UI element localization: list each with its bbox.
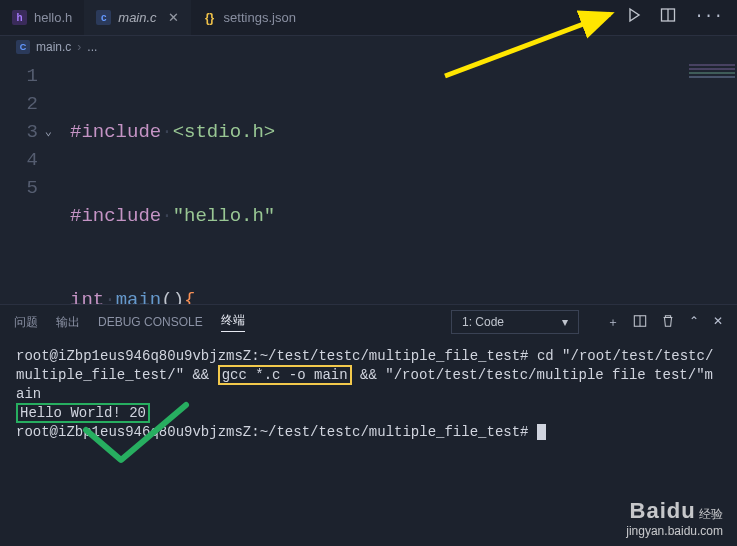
breadcrumb-file: main.c xyxy=(36,40,71,54)
terminal-prompt: root@iZbp1eus946q80u9vbjzmsZ:~/test/test… xyxy=(16,424,537,440)
tab-hello-h[interactable]: h hello.h xyxy=(0,0,84,35)
editor-tab-bar: h hello.h c main.c ✕ {} settings.json ··… xyxy=(0,0,737,36)
tab-main-c[interactable]: c main.c ✕ xyxy=(84,0,190,35)
editor-actions: ··· xyxy=(626,7,737,28)
code-line: #include·"hello.h" xyxy=(70,202,549,230)
split-editor-icon[interactable] xyxy=(660,7,676,28)
chevron-right-icon: › xyxy=(77,40,81,54)
line-number: 4 xyxy=(0,146,38,174)
tab-settings-json[interactable]: {} settings.json xyxy=(191,0,308,35)
line-number: 1 xyxy=(0,62,38,90)
more-icon[interactable]: ··· xyxy=(694,7,723,28)
watermark-url: jingyan.baidu.com xyxy=(626,524,723,538)
line-number: 2 xyxy=(0,90,38,118)
watermark: Baidu 经验 jingyan.baidu.com xyxy=(626,498,723,538)
chevron-up-icon[interactable]: ⌃ xyxy=(689,314,699,331)
terminal-selector[interactable]: 1: Code ▾ xyxy=(451,310,579,334)
highlighted-output: Hello World! 20 xyxy=(16,403,150,423)
terminal-actions: ＋ ⌃ ✕ xyxy=(607,314,723,331)
breadcrumb-more: ... xyxy=(87,40,97,54)
terminal-selector-label: 1: Code xyxy=(462,315,504,329)
c-file-icon: C xyxy=(16,40,30,54)
trash-icon[interactable] xyxy=(661,314,675,331)
panel-tab-bar: 问题 输出 DEBUG CONSOLE 终端 1: Code ▾ ＋ ⌃ ✕ xyxy=(0,305,737,339)
h-file-icon: h xyxy=(12,10,27,25)
c-file-icon: c xyxy=(96,10,111,25)
tab-label: hello.h xyxy=(34,10,72,25)
tab-label: settings.json xyxy=(224,10,296,25)
close-panel-icon[interactable]: ✕ xyxy=(713,314,723,331)
code-line: #include·<stdio.h> xyxy=(70,118,549,146)
close-icon[interactable]: ✕ xyxy=(168,10,179,25)
watermark-sub: 经验 xyxy=(699,507,723,521)
split-terminal-icon[interactable] xyxy=(633,314,647,331)
run-icon[interactable] xyxy=(626,7,642,28)
json-file-icon: {} xyxy=(203,11,217,25)
minimap[interactable] xyxy=(689,60,735,88)
breadcrumb[interactable]: C main.c › ... xyxy=(0,36,737,58)
watermark-brand: Baidu xyxy=(630,498,696,523)
line-number: 5 xyxy=(0,174,38,202)
terminal-cursor xyxy=(537,424,546,440)
tab-problems[interactable]: 问题 xyxy=(14,314,38,331)
fold-icon[interactable]: ⌄ xyxy=(45,118,52,146)
tab-output[interactable]: 输出 xyxy=(56,314,80,331)
tab-debug-console[interactable]: DEBUG CONSOLE xyxy=(98,315,203,329)
highlighted-command: gcc *.c -o main xyxy=(218,365,352,385)
tab-label: main.c xyxy=(118,10,156,25)
new-terminal-icon[interactable]: ＋ xyxy=(607,314,619,331)
tab-terminal[interactable]: 终端 xyxy=(221,312,245,332)
line-number: 3⌄ xyxy=(0,118,38,146)
terminal-output[interactable]: root@iZbp1eus946q80u9vbjzmsZ:~/test/test… xyxy=(0,339,737,450)
chevron-down-icon: ▾ xyxy=(562,315,568,329)
